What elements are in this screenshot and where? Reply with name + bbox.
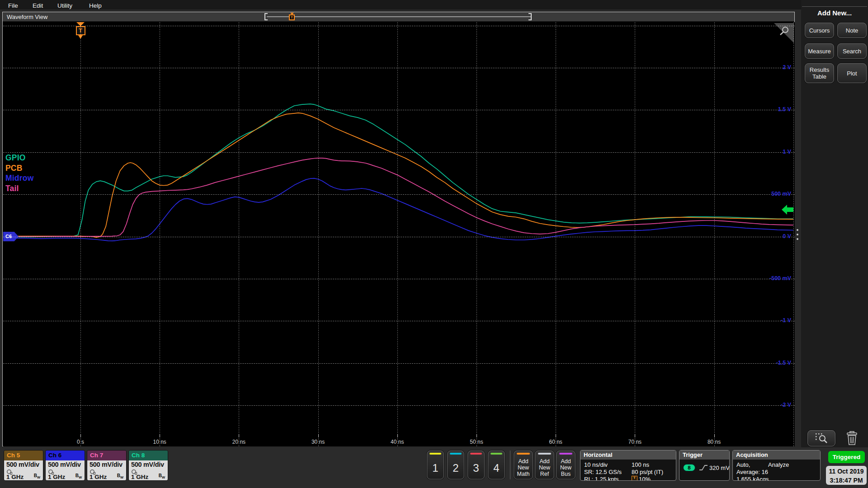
sidebar-button-plot[interactable]: Plot [837, 63, 867, 83]
channel-badge-ch7[interactable]: Ch 7500 mV/div1 GHzBW [87, 450, 127, 481]
rising-edge-icon [699, 464, 708, 471]
waveform-view-title: Waveform View [7, 14, 47, 20]
waveform-button-2[interactable]: 2 [447, 450, 464, 479]
legend-label-midrow: Midrow [5, 174, 33, 183]
menu-item-edit[interactable]: Edit [33, 1, 43, 9]
zoom-selection-button[interactable] [807, 430, 835, 446]
sidebar-button-note[interactable]: Note [837, 23, 867, 38]
channel-badge-header: Ch 6 [46, 450, 85, 460]
y-axis-label: -2 V [755, 402, 791, 408]
waveform-plot[interactable]: T C6 2 V1.5 V1 V500 mV0 V-500 mV-1 V-1.5… [3, 22, 795, 446]
sidebar-divider [802, 6, 867, 7]
waveform-button-label: 4 [488, 462, 505, 474]
channel-color-bar [491, 453, 502, 455]
menu-item-help[interactable]: Help [89, 1, 102, 9]
trigger-level: 320 mV [709, 465, 730, 471]
sidebar: Add New... CursorsNoteMeasureSearchResul… [801, 0, 868, 447]
trigger-source-badge: 8 [683, 464, 695, 471]
acquisition-panel[interactable]: Acquisition Auto, Analyze Average: 16 1.… [732, 450, 821, 481]
h-gridline [3, 68, 795, 68]
record-length: RL: 1.25 kpts [584, 476, 619, 481]
channel-scale-label: 500 mV/div [6, 461, 41, 468]
waveform-button-label: 3 [468, 462, 484, 474]
channel-bandwidth-label: 1 GHz [131, 474, 148, 480]
trash-button[interactable] [843, 430, 861, 447]
sidebar-button-search[interactable]: Search [837, 43, 867, 59]
add-new-ref-button[interactable]: AddNewRef [535, 450, 554, 479]
x-axis-tick [635, 434, 635, 437]
y-axis-label: -1 V [755, 317, 791, 324]
add-button-color-bar [559, 453, 572, 455]
sidebar-button-cursors[interactable]: Cursors [805, 23, 834, 38]
channel-scale-label: 500 mV/div [48, 461, 83, 468]
channel-badge-ch5[interactable]: Ch 5500 mV/div1 GHzBW [4, 450, 43, 481]
h-gridline [3, 321, 795, 321]
x-axis-label: 0 s [65, 439, 96, 445]
x-axis-label: 50 ns [461, 439, 492, 445]
waveform-button-4[interactable]: 4 [488, 450, 505, 479]
y-axis-label: -1.5 V [755, 360, 791, 366]
channel-bandwidth-label: 1 GHz [48, 474, 65, 480]
h-gridline [3, 279, 795, 279]
add-new-title: Add New... [801, 9, 868, 17]
bottom-bar: Horizontal 10 ns/div SR: 12.5 GS/s RL: 1… [0, 447, 868, 488]
v-gridline [556, 22, 556, 446]
x-axis-tick [397, 434, 398, 437]
menu-bar: FileEditUtilityHelp [0, 0, 868, 9]
v-gridline [635, 22, 635, 446]
v-gridline [80, 22, 81, 446]
legend-label-tail: Tail [5, 184, 19, 193]
sidebar-button-results-table[interactable]: Results Table [805, 63, 834, 83]
waveform-button-3[interactable]: 3 [467, 450, 485, 479]
v-gridline [793, 22, 794, 446]
add-new-bus-button[interactable]: AddNewBus [556, 450, 576, 479]
acquisition-count: 1.655 kAcqs [736, 476, 769, 481]
horizontal-panel[interactable]: Horizontal 10 ns/div SR: 12.5 GS/s RL: 1… [580, 450, 676, 481]
menu-item-utility[interactable]: Utility [57, 1, 72, 9]
x-axis-tick [318, 434, 319, 437]
v-gridline [714, 22, 715, 446]
x-axis-label: 30 ns [302, 439, 334, 445]
x-axis-tick [714, 434, 715, 437]
divider [510, 450, 510, 479]
trace-tail [5, 158, 793, 237]
window-length: 100 ns [632, 461, 649, 468]
waveform-traces [3, 22, 795, 446]
h-gridline [3, 237, 795, 237]
zoom-selection-icon [814, 432, 829, 445]
acquisition-overview-bar[interactable] [267, 16, 531, 17]
trigger-level-arrow-icon[interactable] [782, 204, 793, 216]
h-gridline [3, 26, 795, 26]
datetime-badge: 11 Oct 2019 3:18:47 PM [826, 466, 867, 485]
horizontal-panel-title: Horizontal [580, 450, 676, 460]
x-axis-tick [160, 434, 160, 437]
trash-icon [846, 431, 858, 446]
waveform-button-1[interactable]: 1 [427, 450, 444, 479]
menu-item-file[interactable]: File [8, 1, 18, 9]
trigger-status-badge: Triggered [828, 451, 865, 463]
sample-interval: 80 ps/pt (IT) [632, 469, 663, 475]
overview-trigger-position-icon[interactable]: T [289, 13, 295, 21]
y-axis-label: 500 mV [755, 191, 791, 197]
y-axis-label: 1.5 V [755, 106, 791, 113]
trigger-panel[interactable]: Trigger 8 320 mV [679, 450, 730, 481]
y-axis-label: -500 mV [755, 275, 791, 282]
x-axis-tick [476, 434, 477, 437]
channel-badge-body: 500 mV/div1 GHzBW [46, 460, 85, 481]
acquisition-panel-title: Acquisition [733, 450, 820, 460]
date-label: 11 Oct 2019 [826, 467, 867, 476]
bandwidth-limit-icon: BW [159, 473, 165, 479]
trace-pcb [5, 113, 793, 238]
channel-badge-body: 500 mV/div1 GHzBW [129, 460, 168, 481]
channel-badge-body: 500 mV/div1 GHzBW [4, 460, 43, 481]
channel-badge-ch8[interactable]: Ch 8500 mV/div1 GHzBW [128, 450, 168, 481]
bandwidth-limit-icon: BW [75, 473, 82, 479]
trigger-position-pct: T10% [632, 476, 651, 481]
channel-badge-ch6[interactable]: Ch 6500 mV/div1 GHzBW [45, 450, 85, 481]
sidebar-button-measure[interactable]: Measure [805, 43, 834, 59]
v-gridline [397, 22, 398, 446]
v-gridline [160, 22, 160, 446]
add-new-math-button[interactable]: AddNewMath [514, 450, 533, 479]
x-axis-label: 80 ns [698, 439, 730, 445]
legend-label-gpio: GPIO [5, 153, 26, 163]
